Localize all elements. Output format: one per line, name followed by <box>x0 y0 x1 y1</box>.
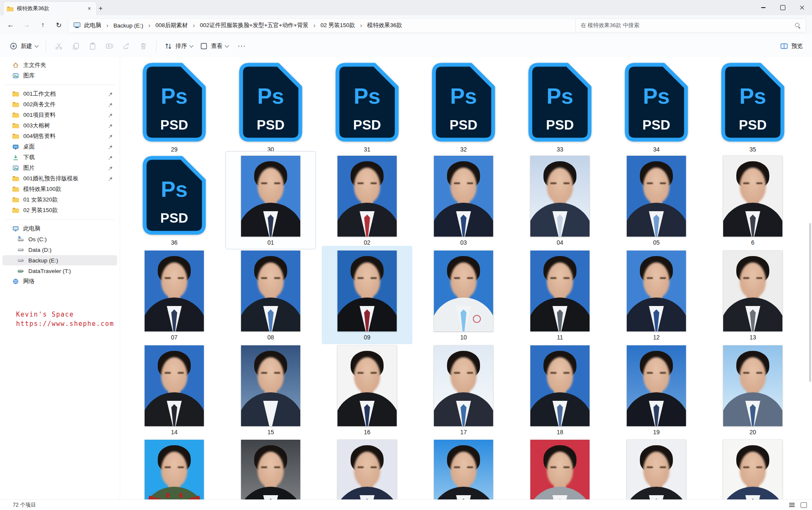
psd-file-tile[interactable]: PsPSD31 <box>319 58 415 156</box>
breadcrumb-item[interactable]: 02 男装150款 <box>318 20 358 30</box>
photo-file-tile[interactable]: 01 <box>222 151 319 249</box>
photo-file-tile[interactable]: 08 <box>222 246 319 344</box>
refresh-button[interactable]: ↻ <box>51 18 67 32</box>
new-tab-button[interactable]: + <box>96 3 106 14</box>
breadcrumb-item[interactable]: 002证件照服装换脸+发型+五官+动作+背景 <box>198 20 311 30</box>
breadcrumb[interactable]: 此电脑›Backup (E:)›008后期素材›002证件照服装换脸+发型+五官… <box>69 18 580 33</box>
breadcrumb-item[interactable]: 008后期素材 <box>153 20 190 30</box>
sidebar-item[interactable]: Os (C:) <box>3 234 117 244</box>
breadcrumb-item[interactable]: 模特效果36款 <box>365 20 405 30</box>
breadcrumb-item[interactable]: 此电脑 <box>82 20 104 30</box>
photo-file-tile[interactable]: 11 <box>512 246 608 344</box>
psd-file-tile[interactable]: PsPSD30 <box>222 58 319 156</box>
explorer-tab[interactable]: 模特效果36款 × <box>3 2 96 15</box>
svg-text:Ps: Ps <box>450 84 477 108</box>
sidebar-item[interactable]: 01 女装320款 <box>3 195 117 205</box>
photo-file-tile[interactable]: 02 <box>319 151 415 249</box>
sort-button[interactable]: 排序 <box>161 39 196 53</box>
photo-file-tile[interactable]: 20 <box>705 341 801 439</box>
chevron-down-icon <box>189 43 194 47</box>
psd-file-tile[interactable]: PsPSD32 <box>415 58 512 156</box>
sidebar-item[interactable]: 图片 <box>3 163 117 173</box>
forward-button[interactable]: → <box>19 18 35 32</box>
sidebar-item[interactable]: 图库 <box>3 71 117 81</box>
sidebar-item[interactable]: 下载 <box>3 152 117 163</box>
thumbnail-view-icon[interactable] <box>801 502 807 508</box>
photo-file-tile[interactable]: 07 <box>126 246 222 344</box>
view-button[interactable]: 查看 <box>196 39 232 53</box>
back-button[interactable]: ← <box>3 18 19 32</box>
sidebar-item[interactable]: 001婚礼预告排版模板 <box>3 174 117 184</box>
sidebar-item[interactable]: DataTraveler (T:) <box>3 266 117 276</box>
sidebar-item[interactable]: 003大榕树 <box>3 121 117 131</box>
photo-file-tile[interactable] <box>415 435 512 500</box>
eyebrow <box>274 182 280 184</box>
photo-file-tile[interactable]: 6 <box>705 151 801 249</box>
pin-icon <box>108 176 113 181</box>
photo-file-tile[interactable]: 14 <box>126 341 222 439</box>
photo-file-tile[interactable]: 17 <box>415 341 512 439</box>
photo-file-tile[interactable] <box>512 435 608 500</box>
photo-file-tile[interactable]: 15 <box>222 341 319 439</box>
sidebar-item[interactable]: 桌面 <box>3 142 117 152</box>
photo-file-tile[interactable]: 04 <box>512 151 608 249</box>
photo-file-tile[interactable]: 18 <box>512 341 608 439</box>
psd-file-tile[interactable]: PsPSD29 <box>126 58 222 156</box>
sidebar-item-label: 图库 <box>23 72 35 80</box>
new-button[interactable]: 新建 <box>6 39 41 53</box>
preview-toggle[interactable]: 预览 <box>776 39 806 53</box>
sidebar-item[interactable]: 网络 <box>3 276 117 287</box>
cut-button[interactable] <box>53 40 65 52</box>
psd-file-tile[interactable]: PsPSD35 <box>705 58 801 156</box>
drive-icon <box>17 257 25 264</box>
rename-button[interactable] <box>104 40 115 52</box>
photo-file-tile[interactable]: 16 <box>319 341 415 439</box>
breadcrumb-item[interactable]: Backup (E:) <box>111 21 146 30</box>
photo-file-tile[interactable]: 12 <box>608 246 705 344</box>
file-cell: 19 <box>611 341 702 439</box>
up-button[interactable]: ↑ <box>35 18 51 32</box>
photo-file-tile[interactable] <box>608 435 705 500</box>
sidebar-item[interactable]: 模特效果100款 <box>3 184 117 194</box>
tab-close-icon[interactable]: × <box>85 5 93 12</box>
photo-file-tile[interactable] <box>319 435 415 500</box>
photo-file-tile[interactable]: 09 <box>319 246 415 344</box>
photo-file-tile[interactable] <box>222 435 319 500</box>
photo-file-tile[interactable]: 05 <box>608 151 705 249</box>
photo-file-tile[interactable]: 10 <box>415 246 512 344</box>
search-input[interactable]: 在 模特效果36款 中搜索 <box>575 18 806 33</box>
delete-button[interactable] <box>137 40 149 52</box>
copy-button[interactable] <box>70 40 82 52</box>
list-view-icon[interactable] <box>789 503 795 507</box>
psd-file-tile[interactable]: PsPSD33 <box>512 58 608 156</box>
sidebar-item[interactable]: 001工作文档 <box>3 89 117 99</box>
usb-icon <box>17 267 25 275</box>
maximize-button[interactable] <box>773 0 793 15</box>
sidebar-item[interactable]: 002商务文件 <box>3 99 117 110</box>
sidebar-item-label: 主文件夹 <box>23 61 46 69</box>
sidebar-item[interactable]: 02 男装150款 <box>3 205 117 215</box>
photo-file-tile[interactable] <box>705 435 801 500</box>
sidebar-item[interactable]: Backup (E:) <box>3 255 117 265</box>
photo-file-tile[interactable]: 03 <box>415 151 512 249</box>
paste-button[interactable] <box>87 40 99 52</box>
sidebar-item[interactable]: 001项目资料 <box>3 110 117 120</box>
more-options-button[interactable]: ··· <box>233 42 250 50</box>
sidebar-item-label: 图片 <box>23 164 35 172</box>
search-icon[interactable] <box>795 22 801 28</box>
close-button[interactable] <box>793 0 812 15</box>
share-button[interactable] <box>121 40 132 52</box>
sidebar-item[interactable]: 004销售资料 <box>3 131 117 141</box>
photo-file-tile[interactable]: 13 <box>705 246 801 344</box>
psd-file-tile[interactable]: PsPSD34 <box>608 58 705 156</box>
photo-file-tile[interactable]: 19 <box>608 341 705 439</box>
divider <box>5 85 115 85</box>
minimize-button[interactable] <box>754 0 773 15</box>
photo-file-tile[interactable] <box>126 435 222 500</box>
psd-file-tile[interactable]: PsPSD36 <box>126 151 222 249</box>
vertical-scrollbar[interactable] <box>809 223 811 382</box>
sidebar-item[interactable]: 此电脑 <box>3 223 117 234</box>
file-cell <box>611 435 702 500</box>
sidebar-item[interactable]: Data (D:) <box>3 245 117 255</box>
sidebar-item[interactable]: 主文件夹 <box>3 60 117 70</box>
